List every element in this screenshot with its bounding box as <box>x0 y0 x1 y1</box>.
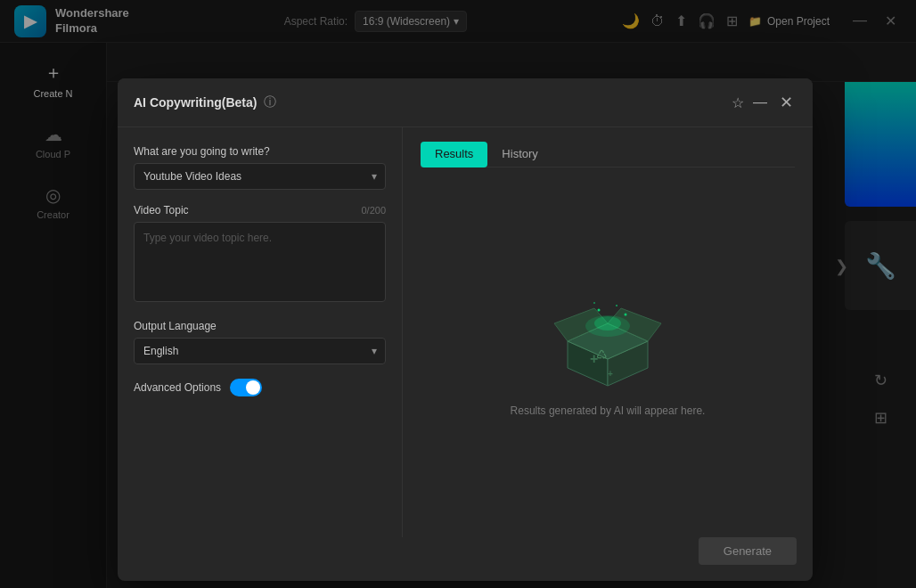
modal-title: AI Copywriting(Beta) <box>134 95 257 110</box>
box-illustration: + + ♺ <box>550 292 666 390</box>
info-icon[interactable]: ⓘ <box>264 94 276 110</box>
advanced-options-toggle[interactable] <box>230 379 262 396</box>
output-language-label: Output Language <box>134 320 386 332</box>
svg-text:♺: ♺ <box>596 347 608 362</box>
video-topic-textarea[interactable] <box>134 222 386 302</box>
modal-body: What are you going to write? Youtube Vid… <box>118 127 813 537</box>
svg-point-11 <box>593 302 595 304</box>
output-language-select-wrapper: English ▾ <box>134 338 386 364</box>
what-write-field: What are you going to write? Youtube Vid… <box>134 145 386 190</box>
tab-history[interactable]: History <box>487 142 552 167</box>
modal-header-actions: ☆ — ✕ <box>732 91 797 114</box>
generate-button[interactable]: Generate <box>699 537 797 565</box>
video-topic-field: Video Topic 0/200 <box>134 204 386 306</box>
what-write-label: What are you going to write? <box>134 145 386 158</box>
empty-state: + + ♺ Results generated by AI will appea… <box>421 185 795 523</box>
modal-footer: Generate <box>118 537 813 581</box>
pin-icon[interactable]: ☆ <box>732 94 744 111</box>
tab-row: Results History <box>421 142 795 167</box>
close-modal-button[interactable]: ✕ <box>776 91 797 114</box>
advanced-options-row: Advanced Options <box>134 379 386 396</box>
ai-copywriting-modal: AI Copywriting(Beta) ⓘ ☆ — ✕ What are yo… <box>118 78 813 581</box>
svg-text:+: + <box>608 369 613 379</box>
svg-point-8 <box>598 308 601 311</box>
svg-point-7 <box>594 316 621 331</box>
toggle-knob <box>246 380 260 395</box>
topic-label: Video Topic <box>134 204 189 216</box>
tab-results[interactable]: Results <box>421 142 487 167</box>
modal-left-panel: What are you going to write? Youtube Vid… <box>118 127 403 537</box>
output-language-field: Output Language English ▾ <box>134 320 386 364</box>
empty-state-text: Results generated by AI will appear here… <box>511 404 706 417</box>
modal-header: AI Copywriting(Beta) ⓘ ☆ — ✕ <box>118 78 813 127</box>
modal-title-row: AI Copywriting(Beta) ⓘ <box>134 94 276 110</box>
svg-point-10 <box>625 313 627 315</box>
svg-point-9 <box>616 305 617 306</box>
advanced-options-label: Advanced Options <box>134 381 221 394</box>
topic-header: Video Topic 0/200 <box>134 204 386 216</box>
output-language-select[interactable]: English <box>134 338 386 364</box>
char-count: 0/200 <box>361 205 386 216</box>
what-write-select-wrapper: Youtube Video Ideas ▾ <box>134 163 386 190</box>
what-write-select[interactable]: Youtube Video Ideas <box>134 163 386 190</box>
modal-right-panel: Results History <box>403 127 813 537</box>
minimize-modal-icon[interactable]: — <box>753 94 767 110</box>
